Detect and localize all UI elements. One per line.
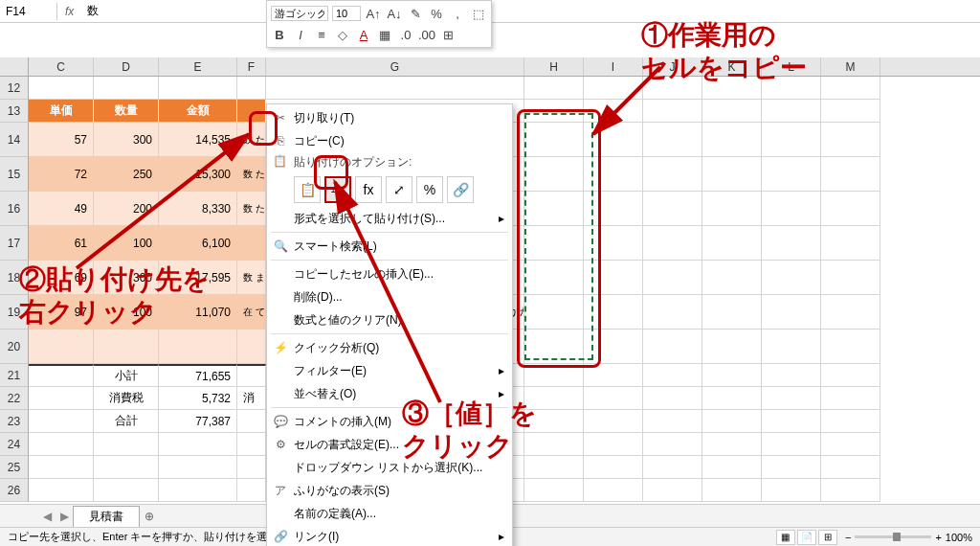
cell[interactable]: [237, 479, 266, 502]
cell[interactable]: [584, 330, 643, 364]
cell[interactable]: [821, 226, 880, 261]
percent-icon[interactable]: %: [428, 5, 445, 22]
merge-icon[interactable]: ⊞: [439, 26, 457, 43]
menu-link[interactable]: 🔗リンク(I)▸: [267, 525, 512, 546]
cell[interactable]: [584, 387, 643, 410]
cell[interactable]: [762, 100, 821, 123]
cell[interactable]: [29, 456, 94, 479]
view-page-break[interactable]: ⊞: [818, 530, 837, 545]
cell[interactable]: [524, 295, 584, 330]
cell[interactable]: [702, 433, 762, 456]
row-25[interactable]: 25: [0, 456, 29, 479]
cell[interactable]: [643, 456, 702, 479]
header-amount[interactable]: 金額: [159, 100, 237, 123]
fill-color-icon[interactable]: ◇: [334, 26, 351, 43]
cell[interactable]: [237, 456, 266, 479]
col-M[interactable]: M: [821, 57, 880, 76]
cell[interactable]: [94, 77, 159, 100]
cell[interactable]: [524, 192, 584, 226]
cell[interactable]: [762, 330, 821, 364]
cell[interactable]: 17,595: [159, 261, 237, 295]
cell[interactable]: [643, 479, 702, 502]
zoom-level[interactable]: 100%: [946, 532, 972, 543]
cell[interactable]: [643, 123, 702, 157]
row-13[interactable]: 13: [0, 100, 29, 123]
view-page-layout[interactable]: 📄: [797, 530, 816, 545]
cell[interactable]: [643, 364, 702, 387]
cell[interactable]: [821, 387, 880, 410]
tax-label[interactable]: 消費税: [94, 387, 159, 410]
cell[interactable]: [524, 433, 584, 456]
col-F[interactable]: F: [237, 57, 266, 76]
menu-filter[interactable]: フィルター(E)▸: [267, 359, 512, 382]
paste-formulas[interactable]: fx: [355, 176, 382, 203]
menu-define-name[interactable]: 名前の定義(A)...: [267, 502, 512, 525]
cell[interactable]: [643, 77, 702, 100]
cell[interactable]: [237, 77, 266, 100]
cell[interactable]: [762, 295, 821, 330]
cell[interactable]: [762, 410, 821, 433]
cell[interactable]: [821, 77, 880, 100]
cell[interactable]: [29, 364, 94, 387]
cell[interactable]: [94, 456, 159, 479]
cell[interactable]: [237, 364, 266, 387]
cell[interactable]: [159, 330, 237, 364]
decrease-font-icon[interactable]: A↓: [386, 5, 403, 22]
cell[interactable]: [159, 77, 237, 100]
cell[interactable]: 100: [94, 295, 159, 330]
row-18[interactable]: 18: [0, 261, 29, 295]
menu-phonetic[interactable]: アふりがなの表示(S): [267, 479, 512, 502]
cell[interactable]: [821, 479, 880, 502]
tab-nav-prev[interactable]: ◀: [38, 510, 56, 523]
menu-clear[interactable]: 数式と値のクリア(N): [267, 308, 512, 331]
cell[interactable]: [524, 157, 584, 192]
header-f[interactable]: [237, 100, 266, 123]
fx-label[interactable]: fx: [57, 5, 81, 18]
cell[interactable]: [29, 479, 94, 502]
view-normal[interactable]: ▦: [776, 530, 795, 545]
paste-formatting[interactable]: %: [416, 176, 443, 203]
menu-insert-copied[interactable]: コピーしたセルの挿入(E)...: [267, 262, 512, 285]
cell[interactable]: [821, 192, 880, 226]
menu-dropdown-list[interactable]: ドロップダウン リストから選択(K)...: [267, 456, 512, 479]
row-22[interactable]: 22: [0, 387, 29, 410]
cell[interactable]: [94, 433, 159, 456]
cell[interactable]: [524, 364, 584, 387]
zoom-in[interactable]: +: [935, 532, 941, 543]
font-color-icon[interactable]: A: [355, 26, 372, 43]
cell[interactable]: [584, 261, 643, 295]
cell[interactable]: [94, 479, 159, 502]
increase-font-icon[interactable]: A↑: [365, 5, 382, 22]
cell[interactable]: [584, 100, 643, 123]
cell[interactable]: [643, 261, 702, 295]
cell[interactable]: [702, 123, 762, 157]
cell[interactable]: [524, 456, 584, 479]
cell[interactable]: [702, 387, 762, 410]
menu-paste-special[interactable]: 形式を選択して貼り付け(S)...▸: [267, 207, 512, 230]
header-qty[interactable]: 数量: [94, 100, 159, 123]
row-24[interactable]: 24: [0, 433, 29, 456]
add-sheet-button[interactable]: ⊕: [140, 510, 159, 523]
cell[interactable]: 11,070: [159, 295, 237, 330]
menu-delete[interactable]: 削除(D)...: [267, 285, 512, 308]
col-H[interactable]: H: [524, 57, 584, 76]
cell[interactable]: [821, 364, 880, 387]
col-K[interactable]: K: [702, 57, 762, 76]
cell[interactable]: [584, 226, 643, 261]
menu-cut[interactable]: ✂切り取り(T): [267, 106, 512, 129]
bold-icon[interactable]: B: [271, 26, 288, 43]
cell[interactable]: [94, 330, 159, 364]
cell[interactable]: [159, 456, 237, 479]
col-G[interactable]: G: [266, 57, 524, 76]
row-14[interactable]: 14: [0, 123, 29, 157]
cell[interactable]: [702, 410, 762, 433]
cell[interactable]: 数 ま: [237, 261, 266, 295]
col-I[interactable]: I: [584, 57, 643, 76]
paste-transpose[interactable]: ⤢: [386, 176, 412, 203]
cell[interactable]: [821, 123, 880, 157]
row-19[interactable]: 19: [0, 295, 29, 330]
cell[interactable]: 8,330: [159, 192, 237, 226]
font-size-select[interactable]: [332, 6, 361, 21]
cell[interactable]: [821, 157, 880, 192]
col-J[interactable]: J: [643, 57, 702, 76]
